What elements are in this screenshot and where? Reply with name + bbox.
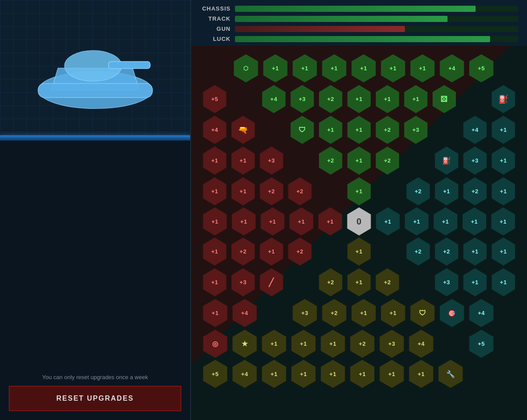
hex-r4c7[interactable]: +2 [462,177,489,206]
hex-r10c7[interactable]: +1 [407,360,435,388]
hex-r6c5[interactable]: +2 [404,238,432,266]
hex-r9c7[interactable]: +5 [467,330,495,358]
hex-r0c4[interactable]: +1 [350,54,378,83]
hex-r3c0[interactable]: +1 [201,147,228,175]
hex-r7c3[interactable]: +1 [346,268,373,297]
hex-r3c2[interactable]: +3 [258,147,285,175]
hex-r5c7[interactable]: +1 [432,207,459,235]
hex-r7c0[interactable]: +1 [201,268,228,297]
hex-r10c2[interactable]: +1 [260,360,288,388]
hex-r2c6[interactable]: +3 [402,116,430,144]
hex-r6c3[interactable]: +2 [286,238,314,266]
hex-shield-icon[interactable]: 🛡 [289,116,316,144]
hex-r9c4[interactable]: +2 [348,330,376,358]
hex-r6c2[interactable]: +1 [258,238,285,266]
hex-r5c9[interactable]: +1 [489,207,517,235]
hex-r8c1[interactable]: +4 [231,299,259,327]
hex-r0c1[interactable]: +1 [261,54,289,83]
hex-r5c5[interactable]: +1 [374,207,402,235]
hex-r5c1[interactable]: +1 [230,207,258,235]
hex-r0c6[interactable]: +1 [408,54,437,83]
hex-r7c1[interactable]: +3 [230,268,257,297]
hex-r10c4[interactable]: +1 [319,360,347,388]
hex-r2c7[interactable]: +4 [462,116,489,144]
hex-r1c0[interactable]: +5 [201,85,228,113]
hex-r2c0[interactable]: +4 [201,116,228,144]
hex-r5c0[interactable]: +1 [201,207,229,235]
hex-r2c3[interactable]: +1 [317,116,344,144]
hex-fuel-can-icon[interactable]: ⛽ [490,85,517,113]
hex-tank2-icon[interactable]: 🎯 [438,299,466,327]
hex-r2c5[interactable]: +2 [374,116,401,144]
hex-r6c6[interactable]: +2 [433,238,460,266]
hex-r7c6[interactable]: +1 [462,268,489,297]
hex-star-icon[interactable]: ★ [231,330,259,358]
hex-r8c6[interactable]: +4 [467,299,495,327]
hex-r3c4[interactable]: +1 [346,147,373,175]
hex-r10c3[interactable]: +1 [289,360,318,388]
hex-r9c5[interactable]: +3 [378,330,406,358]
hex-r5c8[interactable]: +1 [461,207,488,235]
hex-wrench-icon[interactable]: 🔧 [437,360,465,388]
hex-r8c5[interactable]: +1 [379,299,407,327]
hex-r9c1[interactable]: +1 [260,330,288,358]
hex-gun-icon[interactable]: 🔫 [230,116,257,144]
hex-r4c0[interactable]: +1 [201,177,228,206]
hex-r7c4[interactable]: +2 [374,268,401,297]
hex-r0c8[interactable]: +5 [467,54,495,83]
hex-r0c7[interactable]: +4 [438,54,466,83]
hex-r8c2[interactable]: +3 [291,299,319,327]
hex-r9c6[interactable]: +4 [407,330,435,358]
hex-slash-icon[interactable]: ╱ [258,268,285,297]
hex-r4c1[interactable]: +1 [230,177,257,206]
hex-r6c8[interactable]: +1 [490,238,517,266]
hex-r3c8[interactable]: +1 [490,147,517,175]
hex-r5c6[interactable]: +1 [403,207,430,235]
hex-r6c4[interactable]: +1 [346,238,373,266]
hex-r2c8[interactable]: +1 [490,116,517,144]
hex-chip-icon[interactable]: ⬡ [232,54,260,83]
reset-upgrades-button[interactable]: RESET UPGRADES [9,386,181,411]
hex-target-icon[interactable]: ◎ [201,330,229,358]
hex-r4c5[interactable]: +2 [404,177,432,206]
hex-r3c3[interactable]: +2 [317,147,344,175]
hex-r7c7[interactable]: +1 [490,268,517,297]
hex-r7c2[interactable]: +2 [317,268,344,297]
hex-r1c5[interactable]: +1 [374,85,401,113]
hex-r5c3[interactable]: +1 [288,207,315,235]
hex-r6c7[interactable]: +1 [462,238,489,266]
hex-r4c4[interactable]: +1 [346,177,373,206]
hex-r4c2[interactable]: +2 [258,177,285,206]
hex-r3c7[interactable]: +3 [462,147,489,175]
hex-r1c2[interactable]: +3 [289,85,316,113]
hex-r1c4[interactable]: +1 [346,85,373,113]
hex-r4c6[interactable]: +1 [433,177,460,206]
hex-r1c1[interactable]: +4 [260,85,288,113]
hex-r10c0[interactable]: +5 [201,360,229,388]
hex-r5c4[interactable]: +1 [317,207,344,235]
hex-r6c0[interactable]: +1 [201,238,228,266]
hex-r0c3[interactable]: +1 [320,54,348,83]
hex-r8c0[interactable]: +1 [201,299,229,327]
hex-r0c2[interactable]: +1 [291,54,319,83]
hex-r6c1[interactable]: +2 [230,238,257,266]
hex-r3c5[interactable]: +2 [374,147,401,175]
hex-pump-icon[interactable]: ⛽ [433,147,460,175]
hex-dice-icon[interactable]: ⚄ [431,85,458,113]
hex-r8c4[interactable]: +1 [350,299,378,327]
hex-r3c1[interactable]: +1 [230,147,257,175]
hex-r2c4[interactable]: +1 [346,116,373,144]
hex-r9c2[interactable]: +1 [289,330,318,358]
hex-r10c1[interactable]: +4 [231,360,259,388]
hex-r4c8[interactable]: +1 [490,177,517,206]
hex-r8c3[interactable]: +2 [320,299,348,327]
hex-r7c5[interactable]: +3 [433,268,460,297]
hex-r1c6[interactable]: +1 [402,85,430,113]
hex-r0c5[interactable]: +1 [379,54,407,83]
hex-r10c6[interactable]: +1 [378,360,406,388]
hex-r10c5[interactable]: +1 [348,360,376,388]
hex-r1c3[interactable]: +2 [317,85,344,113]
hex-r9c3[interactable]: +1 [319,330,347,358]
hex-shield2-icon[interactable]: 🛡 [408,299,437,327]
hex-r4c3[interactable]: +2 [286,177,314,206]
